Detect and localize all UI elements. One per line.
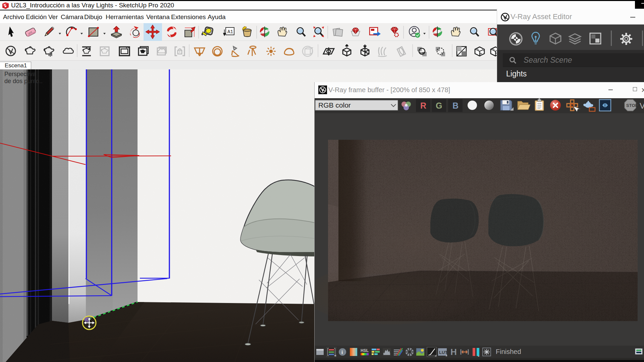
svg-text:Perspectiva: Perspectiva	[4, 71, 36, 77]
svg-text:HSL: HSL	[361, 348, 369, 353]
svg-text:de dos punto..: de dos punto..	[4, 78, 43, 84]
svg-text:G: G	[436, 101, 442, 110]
svg-text:STOP: STOP	[626, 103, 638, 108]
svg-text:R: R	[420, 101, 426, 110]
svg-text:RGB color: RGB color	[318, 101, 351, 109]
svg-text:B: B	[452, 101, 459, 110]
svg-text:H: H	[450, 347, 457, 357]
svg-text:V: V	[640, 101, 644, 110]
svg-text:A1: A1	[227, 29, 233, 35]
svg-text:i: i	[341, 349, 343, 355]
svg-text:LUT: LUT	[439, 350, 447, 355]
